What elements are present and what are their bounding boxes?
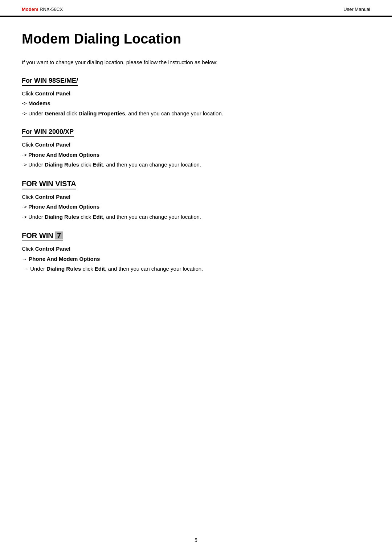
page-header: Modem RNX-56CX User Manual	[0, 0, 392, 17]
dialing-rules-bold-2: Dialing Rules	[45, 214, 79, 220]
dialing-props-bold: Dialing Properties	[78, 110, 125, 116]
page-number: 5	[195, 537, 197, 543]
section-line-vista-2: -> Phone And Modem Options	[22, 202, 370, 212]
win7-highlight: 7	[55, 231, 63, 239]
page-title: Modem Dialing Location	[22, 31, 370, 47]
dialing-rules-bold-1: Dialing Rules	[45, 161, 79, 168]
section-heading-win7: FOR WIN 7	[22, 231, 63, 241]
header-modem-label: Modem	[22, 7, 38, 12]
section-win7: FOR WIN 7 Click Control Panel → Phone An…	[22, 231, 370, 274]
section-line-win98-2: -> Modems	[22, 99, 370, 108]
page-wrapper: Modem RNX-56CX User Manual Modem Dialing…	[0, 0, 392, 554]
control-panel-bold-2: Control Panel	[35, 141, 71, 148]
control-panel-bold-1: Control Panel	[35, 90, 71, 97]
control-panel-bold-3: Control Panel	[35, 194, 71, 200]
edit-bold-1: Edit	[93, 161, 103, 168]
header-model: RNX-56CX	[40, 7, 63, 12]
section-line-win98-1: Click Control Panel	[22, 89, 370, 98]
section-line-win7-2: → Phone And Modem Options	[22, 254, 370, 264]
section-line-vista-3: -> Under Dialing Rules click Edit, and t…	[22, 212, 370, 222]
section-heading-win2000: For WIN 2000/XP	[22, 128, 74, 137]
phone-modem-bold-1: Phone And Modem Options	[28, 152, 99, 158]
edit-bold-2: Edit	[93, 214, 103, 220]
control-panel-bold-4: Control Panel	[35, 246, 71, 252]
edit-bold-3: Edit	[95, 266, 105, 272]
section-line-win7-3: → Under Dialing Rules click Edit, and th…	[22, 264, 370, 274]
section-win98: For WIN 98SE/ME/ Click Control Panel -> …	[22, 77, 370, 118]
main-content: Modem Dialing Location If you want to ch…	[0, 17, 392, 305]
intro-text: If you want to change your dialing locat…	[22, 58, 370, 67]
section-heading-win7-wrapper: FOR WIN 7	[22, 231, 370, 241]
general-bold: General	[45, 110, 65, 116]
header-left: Modem RNX-56CX	[22, 7, 63, 12]
section-heading-win98: For WIN 98SE/ME/	[22, 77, 78, 86]
phone-modem-bold-3: Phone And Modem Options	[29, 256, 100, 262]
section-line-vista-1: Click Control Panel	[22, 192, 370, 202]
section-line-win7-1: Click Control Panel	[22, 244, 370, 254]
page-footer: 5	[0, 537, 392, 543]
section-line-win98-3: -> Under General click Dialing Propertie…	[22, 109, 370, 118]
section-winvista: FOR WIN VISTA Click Control Panel -> Pho…	[22, 180, 370, 222]
section-line-win2000-1: Click Control Panel	[22, 140, 370, 149]
modems-bold: Modems	[28, 100, 50, 106]
section-win2000: For WIN 2000/XP Click Control Panel -> P…	[22, 128, 370, 169]
phone-modem-bold-2: Phone And Modem Options	[28, 204, 99, 210]
header-right: User Manual	[343, 7, 370, 12]
section-line-win2000-2: -> Phone And Modem Options	[22, 150, 370, 160]
dialing-rules-bold-3: Dialing Rules	[46, 266, 81, 272]
section-line-win2000-3: -> Under Dialing Rules click Edit, and t…	[22, 160, 370, 169]
section-heading-winvista: FOR WIN VISTA	[22, 180, 76, 189]
